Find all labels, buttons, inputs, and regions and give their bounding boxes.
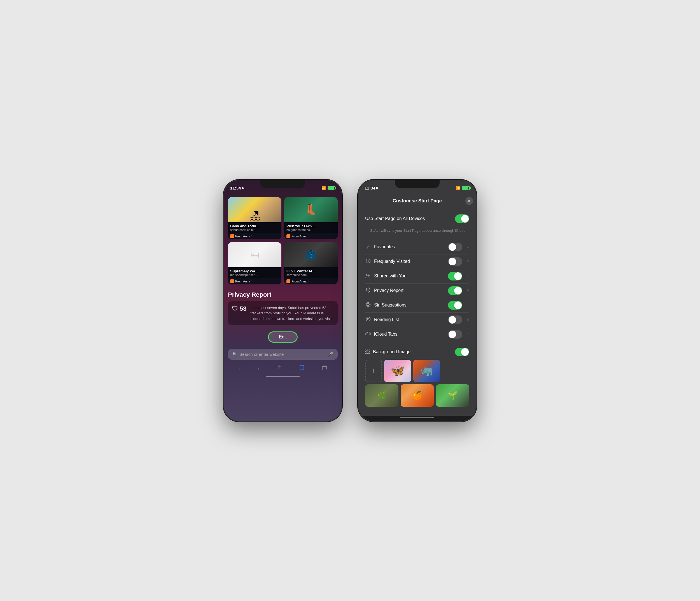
search-bar[interactable]: 🔍 Search or enter website 🎤 <box>228 349 338 360</box>
toggle-thumb-bg <box>461 348 469 356</box>
location-icon-2: ▶ <box>376 186 379 190</box>
toggle-thumb-privacy <box>454 287 462 295</box>
use-start-toggle[interactable] <box>455 215 469 223</box>
card-3[interactable]: 🛏 Supremely Wa... marksandspencer.... Fr… <box>228 242 281 284</box>
status-time-2: 11:34 ▶ <box>365 185 379 190</box>
close-icon: ✕ <box>468 199 471 203</box>
card-1-title: Baby and Todd... <box>230 224 279 228</box>
settings-row-icloud-tabs: iCloud Tabs ≡ <box>365 327 469 342</box>
sheet-container: Customise Start Page ✕ Use Start Page on… <box>358 194 476 416</box>
bg-header-row: 🖼 Background Image <box>365 348 469 356</box>
bg-grid-row2: 🌿 🍊 🌱 <box>365 384 469 407</box>
search-bar-container: 🔍 Search or enter website 🎤 <box>224 347 342 362</box>
privacy-report-drag-handle[interactable]: ≡ <box>467 288 469 293</box>
butterfly-emoji: 🦋 <box>384 360 411 382</box>
reading-list-icon <box>365 317 371 323</box>
battery-icon-2 <box>462 186 470 190</box>
privacy-title: Privacy Report <box>228 291 338 298</box>
background-image-toggle[interactable] <box>455 348 469 356</box>
icloud-tabs-label: iCloud Tabs <box>374 332 445 337</box>
bg-thumb-2[interactable]: 🦏 <box>413 360 440 382</box>
chevron-4: › <box>308 280 308 283</box>
chevron-2: › <box>308 234 308 237</box>
favourites-toggle[interactable] <box>448 243 462 251</box>
settings-row-privacy-report: Privacy Report ≡ <box>365 283 469 298</box>
boot-shape: 👢 <box>305 204 317 216</box>
rhino-emoji: 🦏 <box>413 360 440 382</box>
card-2-url: balgoneestate.co.... <box>286 228 335 231</box>
shared-with-you-toggle[interactable] <box>448 272 462 280</box>
siri-suggestions-label: Siri Suggestions <box>374 303 445 308</box>
use-start-label: Use Start Page on All Devices <box>365 216 455 221</box>
status-icons-1: 📶 <box>321 186 335 190</box>
card-1-url: sandsresort.co.uk <box>230 228 279 231</box>
mic-icon: 🎤 <box>328 352 333 357</box>
toggle-thumb-siri <box>454 301 462 309</box>
battery-icon-1 <box>328 186 335 190</box>
svg-point-11 <box>367 318 369 320</box>
shared-with-you-drag-handle[interactable]: ≡ <box>467 274 469 278</box>
status-bar-1: 11:34 ▶ 📶 <box>224 180 342 194</box>
nav-share[interactable] <box>276 365 282 372</box>
card-1[interactable]: 🏖 Baby and Todd... sandsresort.co.uk Fro… <box>228 197 281 239</box>
settings-row-siri-suggestions: Siri Suggestions ≡ <box>365 298 469 313</box>
settings-row-shared-with-you: Shared with You ≡ <box>365 269 469 283</box>
frequently-visited-label: Frequently Visited <box>374 259 445 264</box>
nav-tabs[interactable] <box>322 365 327 372</box>
chevron-1: › <box>251 234 252 237</box>
shared-with-you-icon <box>365 273 371 279</box>
card-4-title: 3 in 1 Winter M... <box>286 269 335 273</box>
toggle-thumb-icloud <box>449 331 456 338</box>
icloud-tabs-drag-handle[interactable]: ≡ <box>467 332 469 337</box>
reading-list-toggle[interactable] <box>448 316 462 324</box>
sheet-title: Customise Start Page <box>393 198 442 204</box>
edit-button[interactable]: Edit <box>268 331 298 343</box>
phone1-screen: 11:34 ▶ 📶 🏖 <box>224 180 342 421</box>
bg-thumb-5[interactable]: 🌱 <box>436 384 469 407</box>
bg-add-button[interactable]: + <box>365 360 382 382</box>
card-2[interactable]: 👢 Pick Your Own... balgoneestate.co.... … <box>284 197 338 239</box>
siri-suggestions-icon <box>365 302 371 308</box>
bg-grid-row1: + 🦋 🦏 <box>365 360 469 382</box>
icloud-tabs-toggle[interactable] <box>448 330 462 339</box>
notch-space-2 <box>395 184 440 192</box>
privacy-count: 🛡 53 <box>232 305 246 312</box>
toggle-thumb-fav <box>449 243 456 251</box>
card-4-from: From Anna <box>292 280 307 283</box>
wifi-icon-1: 📶 <box>321 186 326 190</box>
bg-thumb-4[interactable]: 🍊 <box>401 384 434 407</box>
frequently-visited-drag-handle[interactable]: ≡ <box>467 259 469 264</box>
card-1-from: From Anna <box>235 234 250 238</box>
card-4[interactable]: 🧥 3 in 1 Winter M... seraphine.com From … <box>284 242 338 284</box>
bg-thumb-3[interactable]: 🌿 <box>365 384 398 407</box>
privacy-report-label: Privacy Report <box>374 288 445 293</box>
card-3-url: marksandspencer.... <box>230 273 279 277</box>
count-text: 53 <box>240 305 246 312</box>
notch-space-1 <box>260 184 305 192</box>
nav-back[interactable]: ‹ <box>238 365 240 372</box>
nav-forward[interactable]: › <box>257 365 259 372</box>
nav-bookmarks[interactable] <box>299 365 305 372</box>
phone-2: 11:34 ▶ 📶 Customise Start Page ✕ <box>358 180 476 421</box>
status-bar-2: 11:34 ▶ 📶 <box>358 180 476 194</box>
card-3-from: From Anna <box>235 280 250 283</box>
card-3-title: Supremely Wa... <box>230 269 279 273</box>
close-button[interactable]: ✕ <box>465 197 473 205</box>
privacy-report-toggle[interactable] <box>448 286 462 295</box>
home-indicator-1 <box>266 376 300 377</box>
bg-thumb-1[interactable]: 🦋 <box>384 360 411 382</box>
card-2-title: Pick Your Own... <box>286 224 335 228</box>
favourites-drag-handle[interactable]: ≡ <box>467 244 469 249</box>
frequently-visited-toggle[interactable] <box>448 257 462 266</box>
siri-suggestions-drag-handle[interactable]: ≡ <box>467 303 469 308</box>
reading-list-drag-handle[interactable]: ≡ <box>467 317 469 322</box>
search-icon: 🔍 <box>232 352 237 357</box>
bg-image-icon: 🖼 <box>365 349 370 355</box>
toggle-thumb-reading <box>449 316 456 324</box>
favourites-icon: ☆ <box>365 244 371 250</box>
siri-suggestions-toggle[interactable] <box>448 301 462 309</box>
settings-list: ☆ Favourites ≡ <box>361 240 473 342</box>
location-icon-1: ▶ <box>242 186 244 190</box>
frequently-visited-icon <box>365 258 371 265</box>
page-container: 11:34 ▶ 📶 🏖 <box>224 180 476 421</box>
